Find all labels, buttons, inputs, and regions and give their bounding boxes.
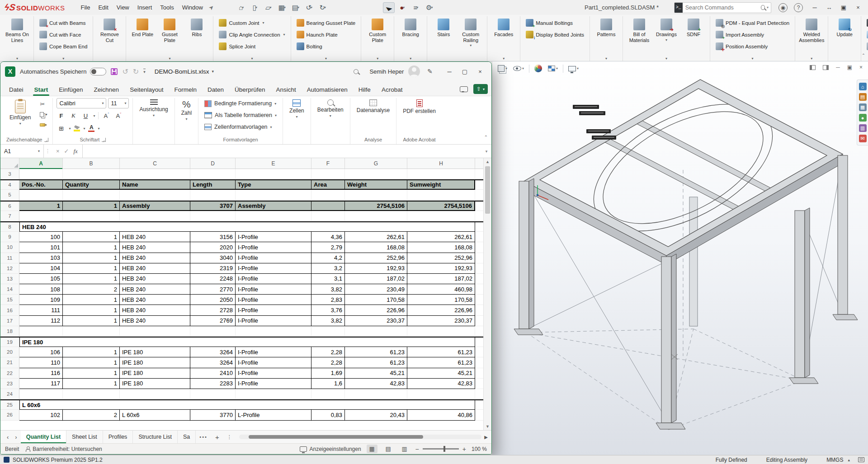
- data-cell[interactable]: 61,23: [407, 347, 475, 357]
- assembly-cell[interactable]: Assembly: [120, 202, 190, 211]
- search-caret-icon[interactable]: ▾: [767, 5, 769, 9]
- column-header-d[interactable]: D: [190, 158, 236, 169]
- undo-icon[interactable]: ↺▾: [303, 2, 315, 13]
- vertical-scrollbar[interactable]: ▲ ▼: [483, 158, 491, 430]
- data-cell[interactable]: 262,61: [345, 232, 407, 242]
- data-cell[interactable]: 100: [19, 232, 63, 242]
- hide-show-items-button[interactable]: ▾: [512, 65, 525, 72]
- status-tag-icon[interactable]: [858, 457, 864, 462]
- redo-icon[interactable]: ↻: [133, 67, 139, 76]
- data-cell[interactable]: 226,96: [345, 305, 407, 315]
- scene-button[interactable]: ▾: [547, 65, 559, 72]
- cell[interactable]: [407, 389, 475, 399]
- data-cell[interactable]: 1: [63, 263, 120, 274]
- row-number[interactable]: 6: [0, 202, 19, 211]
- data-cell[interactable]: 105: [19, 274, 63, 284]
- tab-start[interactable]: Start: [29, 84, 53, 96]
- comments-icon[interactable]: [460, 86, 468, 92]
- search-commands-box[interactable]: >_ ▾: [674, 2, 771, 13]
- data-cell[interactable]: 2,28: [311, 357, 345, 368]
- data-cell[interactable]: 4,2: [311, 253, 345, 263]
- open-icon[interactable]: ▱▾: [263, 2, 274, 13]
- borders-button[interactable]: ⊞: [57, 125, 66, 132]
- excel-restore-button[interactable]: ▢: [458, 65, 472, 78]
- cell[interactable]: [407, 326, 475, 337]
- data-cell[interactable]: 3156: [190, 232, 236, 242]
- position-assembly-button[interactable]: ✛Position Assembly: [713, 41, 792, 52]
- format-painter-button[interactable]: [38, 120, 49, 129]
- pdm-equal-part-detection-button[interactable]: ◎PDM - Equal Part Detection: [713, 17, 792, 28]
- sheet-tab-quantity-list[interactable]: Quantity List: [21, 431, 66, 443]
- cell[interactable]: [311, 169, 345, 179]
- cell[interactable]: [63, 389, 120, 399]
- cell[interactable]: [311, 389, 345, 399]
- row-number[interactable]: 22: [0, 368, 19, 379]
- edit-mode-icon[interactable]: ✎: [427, 68, 433, 75]
- cell[interactable]: [120, 169, 190, 179]
- facades-button[interactable]: Facades: [491, 17, 517, 39]
- data-cell[interactable]: 117: [19, 379, 63, 389]
- group-caret-icon[interactable]: ▾: [251, 56, 253, 61]
- data-cell[interactable]: 2020: [190, 242, 236, 253]
- bracing-button[interactable]: Bracing: [397, 17, 424, 39]
- data-cell[interactable]: 2: [63, 410, 120, 420]
- sheet-tab-structure-list[interactable]: Structure List: [133, 431, 178, 443]
- decrease-font-button[interactable]: Aˇ: [114, 112, 123, 119]
- menu-insert[interactable]: Insert: [133, 2, 156, 13]
- number-format-button[interactable]: % Zahl ▾: [179, 98, 194, 122]
- section-cell[interactable]: IPE 180: [19, 337, 475, 347]
- row-number[interactable]: 3: [0, 169, 19, 179]
- group-caret-icon[interactable]: ▾: [503, 56, 505, 61]
- vertical-scroll-thumb[interactable]: [485, 166, 490, 214]
- enter-formula-icon[interactable]: ✓: [64, 148, 69, 155]
- data-cell[interactable]: HEB 240: [120, 316, 190, 326]
- graphics-viewport[interactable]: ▾▾▾▾ ─▣× ⌂▤▦●▥✉: [492, 61, 868, 455]
- appearances-scenes-icon[interactable]: ●: [859, 114, 867, 122]
- editing-button[interactable]: Bearbeiten ▾: [315, 98, 346, 119]
- data-cell[interactable]: 45,21: [407, 368, 475, 379]
- data-cell[interactable]: 0,83: [311, 410, 345, 420]
- command-list-icon[interactable]: ≡▾: [410, 2, 422, 13]
- data-cell[interactable]: I-Profile: [236, 232, 311, 242]
- data-cell[interactable]: 61,23: [345, 347, 407, 357]
- cell[interactable]: [120, 326, 190, 337]
- increase-font-button[interactable]: Aˆ: [102, 112, 111, 119]
- minimize-icon[interactable]: ─: [809, 4, 820, 11]
- gusset-plate-button[interactable]: Gusset Plate: [156, 17, 183, 44]
- data-cell[interactable]: 226,96: [407, 305, 475, 315]
- end-plate-button[interactable]: End Plate: [129, 17, 156, 39]
- section-cell[interactable]: HEB 240: [19, 222, 475, 232]
- data-cell[interactable]: 109: [19, 295, 63, 305]
- customize-quick-access-icon[interactable]: ▾: [143, 69, 146, 74]
- display-bolted-joints-button[interactable]: iDisplay Bolted Joints: [524, 29, 586, 40]
- data-cell[interactable]: I-Profile: [236, 357, 311, 368]
- row-number[interactable]: 9: [0, 232, 19, 242]
- status-caret-icon[interactable]: ▴: [848, 458, 850, 462]
- undo-icon[interactable]: ↺: [122, 67, 128, 76]
- group-caret-icon[interactable]: ▾: [377, 56, 378, 61]
- cell[interactable]: [19, 190, 63, 200]
- splice-joint-button[interactable]: Splice Joint: [217, 41, 287, 52]
- format-as-table-button[interactable]: Als Tabelle formatieren▾: [202, 110, 279, 121]
- row-number[interactable]: 15: [0, 295, 19, 305]
- resize-icon[interactable]: ↔: [824, 4, 835, 11]
- sheet-tab-sa[interactable]: Sa: [178, 431, 196, 443]
- sdnf-button[interactable]: +SDNF: [680, 17, 707, 39]
- model-canvas[interactable]: [492, 61, 868, 455]
- data-cell[interactable]: HEB 240: [120, 232, 190, 242]
- data-cell[interactable]: 2769: [190, 316, 236, 326]
- cell[interactable]: [120, 190, 190, 200]
- ribs-button[interactable]: Ribs: [184, 17, 210, 39]
- data-cell[interactable]: 103: [19, 253, 63, 263]
- column-header-e[interactable]: E: [236, 158, 311, 169]
- menu-tools[interactable]: Tools: [156, 2, 178, 13]
- close-icon[interactable]: ×: [859, 64, 863, 70]
- beams-on-lines-button[interactable]: Beams On Lines: [4, 17, 30, 44]
- underline-button[interactable]: U: [81, 112, 90, 119]
- data-cell[interactable]: HEB 240: [120, 274, 190, 284]
- header-cell[interactable]: Pos.-No.: [19, 180, 63, 190]
- data-cell[interactable]: 2050: [190, 295, 236, 305]
- data-cell[interactable]: I-Profile: [236, 284, 311, 295]
- header-cell[interactable]: Length: [190, 180, 236, 190]
- display-style-button[interactable]: ▾: [497, 64, 508, 73]
